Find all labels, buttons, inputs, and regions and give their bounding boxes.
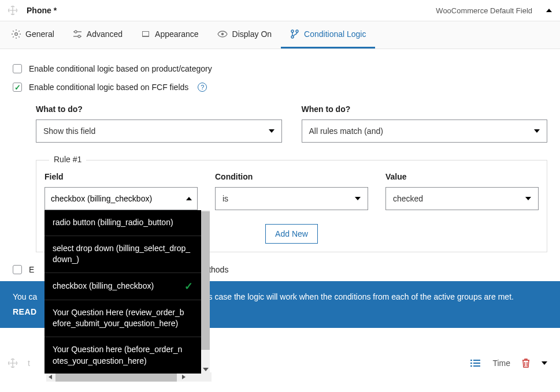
svg-point-0 [15,33,18,36]
what-to-do-label: What to do? [36,104,282,114]
appearance-icon [141,29,150,39]
checkbox-shipping[interactable] [13,265,22,274]
list-icon[interactable] [470,359,481,368]
branch-icon [290,29,299,39]
eye-icon [217,29,228,39]
tab-appearance[interactable]: Appearance [132,21,208,48]
scrollbar-thumb[interactable] [55,372,177,382]
drag-handle-icon[interactable] [8,359,17,368]
scroll-left-icon[interactable] [49,375,52,379]
dropdown-option[interactable]: radio button (billing_radio_button) [44,210,201,236]
tab-general[interactable]: General [2,21,64,48]
dropdown-option[interactable]: select drop down (billing_select_drop_do… [44,236,201,272]
checkbox-fcf-fields[interactable] [13,83,22,92]
tab-content: Enable conditional logic based on produc… [0,49,560,257]
horizontal-scrollbar[interactable] [46,372,212,382]
svg-rect-9 [470,360,472,361]
sliders-icon [73,29,82,39]
select-value: is [222,194,228,203]
gear-icon [12,29,21,39]
check-icon: ✓ [184,280,193,293]
rule-condition-select[interactable]: is [215,187,368,210]
banner-text-prefix: You ca [13,292,37,301]
svg-point-1 [75,31,77,33]
banner-read-more[interactable]: READ [13,305,37,318]
drag-handle-icon[interactable] [8,6,17,15]
checkbox-product-category[interactable] [13,64,22,73]
chevron-up-icon[interactable] [186,197,192,200]
rule-field-input[interactable] [44,187,198,210]
svg-rect-13 [473,363,480,364]
rule-legend: Rule #1 [49,155,86,164]
dropdown-option[interactable]: Your Question here (before_order_notes_y… [44,337,201,374]
tab-label: Display On [232,29,272,39]
field-dropdown: radio button (billing_radio_button) sele… [44,210,210,374]
chevron-down-icon [534,129,540,133]
banner-text-fragment: n this case the logic will work when the… [193,292,514,301]
tab-label: Advanced [87,29,123,39]
toggle-label-prefix: E [29,265,34,274]
tab-label: General [25,29,54,39]
help-icon[interactable]: ? [198,83,207,92]
svg-point-8 [296,30,298,32]
rule-field-label: Field [44,172,198,181]
tab-conditional-logic[interactable]: Conditional Logic [281,21,375,48]
svg-rect-14 [473,365,480,367]
trash-icon[interactable] [522,359,530,368]
field-type-label: WooCommerce Default Field [436,6,532,15]
chevron-down-icon [525,197,531,200]
chevron-down-icon [269,129,275,133]
svg-rect-10 [470,363,472,364]
svg-rect-11 [470,365,472,367]
rule-value-select[interactable]: checked [385,187,539,210]
svg-rect-4 [143,32,149,36]
tab-bar: General Advanced Appearance Display On C… [0,21,560,49]
rule-fieldset: Rule #1 Field radio button (billing_radi… [36,160,547,252]
select-value: checked [393,194,423,203]
when-to-do-select[interactable]: All rules match (and) [302,120,548,143]
scrollbar-thumb[interactable] [201,211,210,350]
toggle-fcf-fields-row: Enable conditional logic based on FCF fi… [13,78,547,96]
rule-condition-label: Condition [215,172,368,181]
select-value: All rules match (and) [309,126,383,136]
tab-advanced[interactable]: Advanced [64,21,132,48]
add-new-rule-button[interactable]: Add New [265,224,318,244]
toggle-product-category-row: Enable conditional logic based on produc… [13,59,547,78]
what-to-do-select[interactable]: Show this field [36,120,282,143]
svg-rect-12 [473,360,480,361]
svg-point-5 [221,33,223,35]
select-value: Show this field [43,126,95,136]
expand-icon[interactable] [542,361,547,365]
when-to-do-label: When to do? [302,104,548,114]
tab-label: Conditional Logic [304,29,366,39]
tab-label: Appearance [155,29,199,39]
toggle-label: Enable conditional logic based on produc… [29,64,212,73]
field-header: Phone * WooCommerce Default Field [0,0,560,21]
collapse-icon[interactable] [546,9,552,12]
field-type-label: Time [492,359,510,368]
tab-display-on[interactable]: Display On [208,21,281,48]
scroll-right-icon[interactable] [182,375,186,379]
chevron-down-icon [355,197,361,200]
field-title: Phone * [27,6,436,15]
svg-point-7 [291,36,294,38]
scroll-down-icon[interactable] [203,368,209,371]
svg-point-2 [78,35,80,38]
dropdown-option-selected[interactable]: checkbox (billing_checkbox)✓ [44,272,201,300]
dropdown-scrollbar[interactable] [201,210,210,374]
toggle-label: Enable conditional logic based on FCF fi… [29,83,188,92]
rule-value-label: Value [385,172,539,181]
dropdown-option[interactable]: Your Question Here (review_order_before_… [44,300,201,337]
field-title-fragment: t [28,359,30,368]
svg-point-6 [291,30,294,32]
